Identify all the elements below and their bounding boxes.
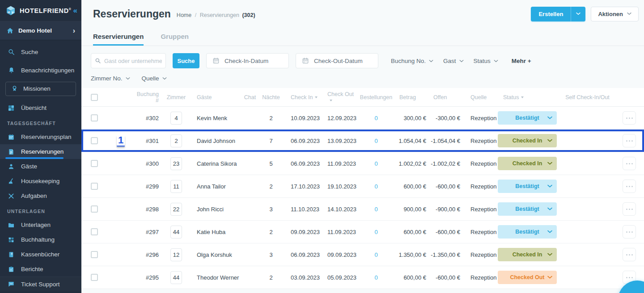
sidebar-item-buchhaltung[interactable]: Buchhaltung [0,232,81,247]
table-row[interactable]: #29612Olga Korshuk306.09.202309.09.20230… [81,243,644,266]
sidebar-item-uebersicht[interactable]: Übersicht [0,100,81,115]
sidebar-collapse-button[interactable]: « [71,6,79,15]
sidebar-item-benachrichtigungen[interactable]: Benachrichtigungen [0,61,81,80]
row-checkbox[interactable] [91,228,98,235]
sidebar-item-missionen[interactable]: Missionen [5,82,76,96]
row-checkbox[interactable] [91,251,98,258]
header-check-out-sort[interactable]: Check Out [320,91,358,104]
room-number: 44 [170,271,182,284]
filter-buchung-no[interactable]: Buchung No. [391,58,433,64]
row-actions-button[interactable] [623,134,636,147]
check-out-date-input[interactable]: Check-Out-Datum [296,53,378,68]
sidebar: H F HOTELFRIEND® « Demo Hotel › Suche [0,0,81,293]
row-actions-button[interactable] [623,157,636,170]
table-row[interactable]: 1#3012David Johnson706.09.202313.09.2023… [81,130,644,152]
search-icon [95,58,101,64]
row-actions-button[interactable] [623,248,636,261]
table-row[interactable]: #3024Kevin Menk210.09.202312.09.20230300… [81,107,644,130]
nights-count: 7 [260,138,282,144]
orders-count[interactable]: 0 [358,206,394,213]
guest-name: Katie Huba [190,229,240,235]
check-in-date: 03.09.2023 [282,274,320,281]
status-badge[interactable]: Bestätigt [498,202,557,216]
status-badge[interactable]: Bestätigt [498,111,557,125]
create-dropdown-caret-icon[interactable] [571,13,585,15]
tab-reservierungen[interactable]: Reservierungen [93,33,144,46]
sort-caret-icon [330,100,332,101]
search-input[interactable] [104,58,162,64]
sidebar-item-reservierungen[interactable]: Reservierungen [0,144,81,159]
row-checkbox[interactable] [91,114,98,121]
sidebar-item-suche[interactable]: Suche [0,43,81,61]
table-row[interactable]: #30023Caterina Sikora506.09.202311.09.20… [81,152,644,175]
open-value: -1.350,00 € [428,251,462,258]
source-value: Rezeption [462,138,497,144]
chevron-down-icon [162,77,167,80]
amount-value: 1.350,00 € [394,251,428,258]
actions-button[interactable]: Aktionen [591,7,639,21]
orders-count[interactable]: 0 [358,115,394,121]
status-badge[interactable]: Checked Out [498,271,557,284]
header-status-sort[interactable]: Status [497,94,558,100]
status-badge[interactable]: Checked In [498,157,557,170]
sidebar-item-berichte[interactable]: Berichte [0,262,81,276]
create-button[interactable]: Erstellen [531,7,585,21]
sidebar-item-housekeeping[interactable]: Housekeeping [0,174,81,188]
check-out-date: 11.09.2023 [320,160,358,167]
sidebar-item-gaeste[interactable]: Gäste [0,159,81,174]
table-row[interactable]: #29911Anna Tailor217.10.202319.10.202306… [81,175,644,198]
tab-gruppen[interactable]: Gruppen [161,33,189,46]
table-row[interactable]: #29822John Ricci311.10.202314.10.2023090… [81,198,644,221]
row-checkbox[interactable] [91,205,98,213]
source-value: Rezeption [462,183,497,190]
row-actions-button[interactable] [623,225,636,239]
filter-zimmer-no[interactable]: Zimmer No. [91,75,130,82]
row-checkbox[interactable] [91,137,98,144]
filter-quelle[interactable]: Quelle [142,75,167,82]
header-naechte: Nächte [260,94,282,100]
table-row[interactable]: #29744Katie Huba209.09.202311.09.2023060… [81,221,644,243]
orders-count[interactable]: 0 [358,183,394,190]
sidebar-item-aufgaben[interactable]: Aufgaben [0,188,81,203]
sidebar-item-ticket-support[interactable]: Ticket Support [0,276,81,291]
row-actions-button[interactable] [623,111,636,125]
row-checkbox[interactable] [91,274,98,281]
orders-count[interactable]: 0 [358,138,394,144]
row-checkbox[interactable] [91,183,98,190]
row-actions-button[interactable] [623,202,636,216]
table-row[interactable]: #29544Theodor Werner203.09.202305.09.202… [81,266,644,289]
breadcrumb-home-link[interactable]: Home [177,12,191,18]
home-icon [6,27,14,34]
sidebar-item-reservierungsplan[interactable]: Reservierungsplan [0,130,81,144]
sidebar-item-kassenbuecher[interactable]: Kassenbücher [0,247,81,262]
chevron-down-icon [459,60,464,63]
orders-count[interactable]: 0 [358,160,394,167]
room-number: 22 [170,203,182,216]
search-icon [7,48,15,56]
table-header-row: Buchung # Zimmer Gäste Chat Nächte Check… [81,88,644,107]
chevron-down-icon [547,276,552,279]
filter-status[interactable]: Status [474,58,498,64]
check-in-date-input[interactable]: Check-In-Datum [206,53,289,68]
sort-caret-icon [315,96,318,98]
room-number: 44 [170,226,182,239]
search-button[interactable]: Suche [173,53,199,68]
status-badge[interactable]: Checked In [498,134,557,147]
row-actions-button[interactable] [623,180,636,193]
select-all-checkbox[interactable] [91,94,98,101]
filter-gast[interactable]: Gast [443,58,464,64]
status-badge[interactable]: Bestätigt [498,225,557,239]
orders-count[interactable]: 0 [358,229,394,235]
filter-mehr[interactable]: Mehr + [512,58,531,64]
status-badge[interactable]: Bestätigt [498,180,557,193]
room-number: 12 [170,248,182,261]
row-checkbox[interactable] [91,160,98,167]
booking-number: #301 [134,138,162,144]
orders-count[interactable]: 0 [358,274,394,281]
header-check-in-sort[interactable]: Check In [282,94,320,100]
orders-count[interactable]: 0 [358,251,394,258]
chevron-down-icon [126,77,130,80]
sidebar-item-unterlagen[interactable]: Unterlagen [0,218,81,232]
hotel-selector[interactable]: Demo Hotel › [0,21,81,40]
status-badge[interactable]: Checked In [498,248,557,261]
